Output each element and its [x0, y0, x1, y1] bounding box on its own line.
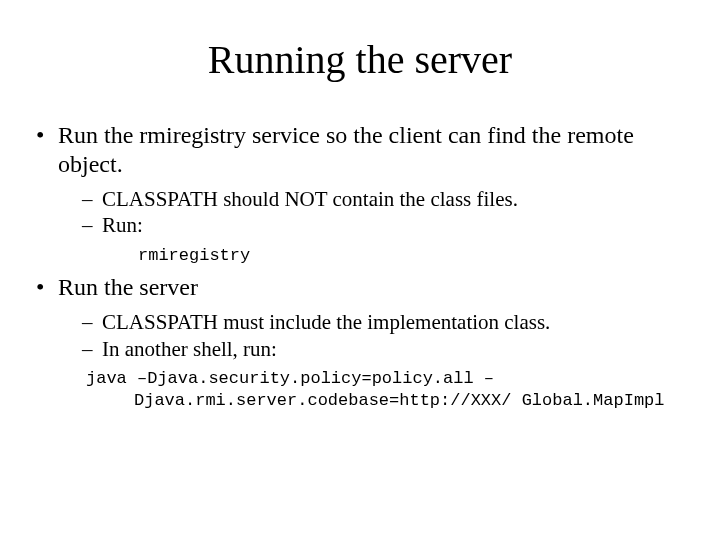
code-block: rmiregistry [58, 245, 690, 267]
slide-title: Running the server [30, 36, 690, 83]
list-item: In another shell, run: [82, 336, 690, 363]
sub-list: CLASSPATH must include the implementatio… [58, 309, 690, 363]
bullet-text: Run the server [58, 274, 198, 300]
sub-bullet-text: In another shell, run: [102, 337, 277, 361]
sub-list: CLASSPATH should NOT contain the class f… [58, 186, 690, 240]
sub-bullet-text: Run: [102, 213, 143, 237]
sub-bullet-text: CLASSPATH must include the implementatio… [102, 310, 550, 334]
list-item: CLASSPATH should NOT contain the class f… [82, 186, 690, 213]
list-item: Run the server CLASSPATH must include th… [30, 273, 690, 412]
bullet-text: Run the rmiregistry service so the clien… [58, 122, 634, 177]
sub-bullet-text: CLASSPATH should NOT contain the class f… [102, 187, 518, 211]
list-item: Run the rmiregistry service so the clien… [30, 121, 690, 267]
bullet-list: Run the rmiregistry service so the clien… [30, 121, 690, 413]
list-item: CLASSPATH must include the implementatio… [82, 309, 690, 336]
code-block: java –Djava.security.policy=policy.all –… [58, 368, 690, 412]
list-item: Run: [82, 212, 690, 239]
